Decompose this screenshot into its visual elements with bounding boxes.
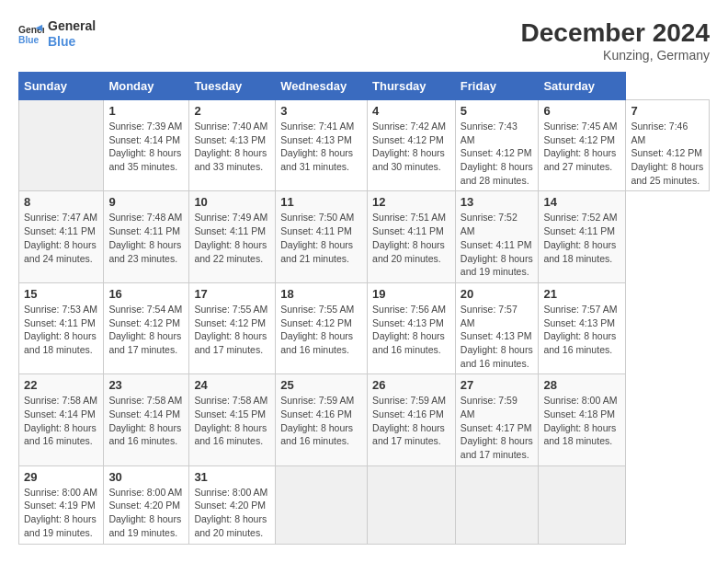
- day-info: Sunrise: 7:58 AMSunset: 4:14 PMDaylight:…: [108, 394, 184, 448]
- calendar-cell: 21 Sunrise: 7:57 AMSunset: 4:13 PMDaylig…: [539, 282, 626, 373]
- calendar-cell: 5 Sunrise: 7:43 AMSunset: 4:12 PMDayligh…: [455, 100, 539, 191]
- weekday-header-thursday: Thursday: [368, 73, 456, 100]
- calendar-cell: 4 Sunrise: 7:42 AMSunset: 4:12 PMDayligh…: [368, 100, 456, 191]
- day-info: Sunrise: 7:50 AMSunset: 4:11 PMDaylight:…: [280, 211, 362, 265]
- day-number: 24: [194, 378, 270, 392]
- day-number: 19: [372, 287, 450, 301]
- day-number: 3: [280, 104, 362, 118]
- month-year-title: December 2024: [521, 18, 710, 48]
- day-info: Sunrise: 7:45 AMSunset: 4:12 PMDaylight:…: [543, 120, 620, 174]
- day-number: 31: [194, 470, 270, 484]
- weekday-header-tuesday: Tuesday: [189, 73, 276, 100]
- calendar-cell: 12 Sunrise: 7:51 AMSunset: 4:11 PMDaylig…: [368, 191, 456, 282]
- calendar-cell: 28 Sunrise: 8:00 AMSunset: 4:18 PMDaylig…: [539, 374, 626, 465]
- day-info: Sunrise: 7:55 AMSunset: 4:12 PMDaylight:…: [194, 303, 270, 357]
- calendar-cell: 2 Sunrise: 7:40 AMSunset: 4:13 PMDayligh…: [189, 100, 276, 191]
- day-info: Sunrise: 7:57 AMSunset: 4:13 PMDaylight:…: [461, 303, 534, 370]
- day-info: Sunrise: 7:46 AMSunset: 4:12 PMDaylight:…: [631, 120, 704, 187]
- calendar-cell: 22 Sunrise: 7:58 AMSunset: 4:14 PMDaylig…: [19, 374, 104, 465]
- calendar-cell: [368, 465, 456, 544]
- day-info: Sunrise: 7:57 AMSunset: 4:13 PMDaylight:…: [543, 303, 620, 357]
- day-number: 14: [543, 195, 620, 209]
- calendar-cell: 7 Sunrise: 7:46 AMSunset: 4:12 PMDayligh…: [626, 100, 710, 191]
- day-info: Sunrise: 7:39 AMSunset: 4:14 PMDaylight:…: [108, 120, 184, 174]
- day-number: 6: [543, 104, 620, 118]
- calendar-table: SundayMondayTuesdayWednesdayThursdayFrid…: [18, 72, 710, 545]
- calendar-cell: 24 Sunrise: 7:58 AMSunset: 4:15 PMDaylig…: [189, 374, 276, 465]
- calendar-cell: [19, 100, 104, 191]
- day-info: Sunrise: 7:52 AMSunset: 4:11 PMDaylight:…: [543, 211, 620, 265]
- day-number: 9: [108, 195, 184, 209]
- day-number: 16: [108, 287, 184, 301]
- calendar-cell: 30 Sunrise: 8:00 AMSunset: 4:20 PMDaylig…: [104, 465, 189, 544]
- calendar-cell: 29 Sunrise: 8:00 AMSunset: 4:19 PMDaylig…: [19, 465, 104, 544]
- day-info: Sunrise: 7:53 AMSunset: 4:11 PMDaylight:…: [24, 303, 98, 357]
- day-number: 27: [461, 378, 534, 392]
- day-info: Sunrise: 7:59 AMSunset: 4:16 PMDaylight:…: [372, 394, 450, 448]
- day-number: 22: [24, 378, 98, 392]
- calendar-cell: 6 Sunrise: 7:45 AMSunset: 4:12 PMDayligh…: [539, 100, 626, 191]
- calendar-cell: 20 Sunrise: 7:57 AMSunset: 4:13 PMDaylig…: [455, 282, 539, 373]
- day-info: Sunrise: 7:58 AMSunset: 4:15 PMDaylight:…: [194, 394, 270, 448]
- weekday-header-saturday: Saturday: [539, 73, 626, 100]
- page-header: General Blue General Blue December 2024 …: [18, 18, 710, 63]
- calendar-cell: 25 Sunrise: 7:59 AMSunset: 4:16 PMDaylig…: [276, 374, 368, 465]
- logo-line1: General: [48, 18, 96, 34]
- day-number: 23: [108, 378, 184, 392]
- title-block: December 2024 Kunzing, Germany: [521, 18, 710, 63]
- weekday-header-row: SundayMondayTuesdayWednesdayThursdayFrid…: [19, 73, 710, 100]
- logo: General Blue General Blue: [18, 18, 96, 50]
- calendar-cell: 19 Sunrise: 7:56 AMSunset: 4:13 PMDaylig…: [368, 282, 456, 373]
- weekday-header-wednesday: Wednesday: [276, 73, 368, 100]
- calendar-cell: 9 Sunrise: 7:48 AMSunset: 4:11 PMDayligh…: [104, 191, 189, 282]
- day-number: 1: [108, 104, 184, 118]
- calendar-cell: 14 Sunrise: 7:52 AMSunset: 4:11 PMDaylig…: [539, 191, 626, 282]
- day-number: 13: [461, 195, 534, 209]
- day-info: Sunrise: 7:41 AMSunset: 4:13 PMDaylight:…: [280, 120, 362, 174]
- day-info: Sunrise: 7:59 AMSunset: 4:17 PMDaylight:…: [461, 394, 534, 461]
- calendar-cell: 13 Sunrise: 7:52 AMSunset: 4:11 PMDaylig…: [455, 191, 539, 282]
- day-info: Sunrise: 8:00 AMSunset: 4:20 PMDaylight:…: [194, 486, 270, 540]
- calendar-cell: [539, 465, 626, 544]
- day-info: Sunrise: 7:47 AMSunset: 4:11 PMDaylight:…: [24, 211, 98, 265]
- day-number: 15: [24, 287, 98, 301]
- calendar-cell: 10 Sunrise: 7:49 AMSunset: 4:11 PMDaylig…: [189, 191, 276, 282]
- calendar-cell: [276, 465, 368, 544]
- logo-icon: General Blue: [18, 21, 44, 47]
- day-info: Sunrise: 8:00 AMSunset: 4:18 PMDaylight:…: [543, 394, 620, 448]
- day-info: Sunrise: 7:40 AMSunset: 4:13 PMDaylight:…: [194, 120, 270, 174]
- calendar-cell: 18 Sunrise: 7:55 AMSunset: 4:12 PMDaylig…: [276, 282, 368, 373]
- day-info: Sunrise: 7:42 AMSunset: 4:12 PMDaylight:…: [372, 120, 450, 174]
- calendar-cell: 27 Sunrise: 7:59 AMSunset: 4:17 PMDaylig…: [455, 374, 539, 465]
- day-number: 5: [461, 104, 534, 118]
- day-info: Sunrise: 7:59 AMSunset: 4:16 PMDaylight:…: [280, 394, 362, 448]
- week-row-5: 29 Sunrise: 8:00 AMSunset: 4:19 PMDaylig…: [19, 465, 710, 544]
- calendar-cell: 31 Sunrise: 8:00 AMSunset: 4:20 PMDaylig…: [189, 465, 276, 544]
- logo-line2: Blue: [48, 34, 96, 50]
- calendar-cell: 8 Sunrise: 7:47 AMSunset: 4:11 PMDayligh…: [19, 191, 104, 282]
- weekday-header-sunday: Sunday: [19, 73, 104, 100]
- day-number: 12: [372, 195, 450, 209]
- calendar-cell: 1 Sunrise: 7:39 AMSunset: 4:14 PMDayligh…: [104, 100, 189, 191]
- calendar-cell: 11 Sunrise: 7:50 AMSunset: 4:11 PMDaylig…: [276, 191, 368, 282]
- day-info: Sunrise: 7:54 AMSunset: 4:12 PMDaylight:…: [108, 303, 184, 357]
- svg-text:Blue: Blue: [18, 35, 40, 45]
- day-number: 11: [280, 195, 362, 209]
- day-number: 10: [194, 195, 270, 209]
- calendar-cell: [455, 465, 539, 544]
- day-number: 18: [280, 287, 362, 301]
- day-number: 29: [24, 470, 98, 484]
- day-info: Sunrise: 7:48 AMSunset: 4:11 PMDaylight:…: [108, 211, 184, 265]
- day-info: Sunrise: 8:00 AMSunset: 4:19 PMDaylight:…: [24, 486, 98, 540]
- week-row-4: 22 Sunrise: 7:58 AMSunset: 4:14 PMDaylig…: [19, 374, 710, 465]
- day-info: Sunrise: 8:00 AMSunset: 4:20 PMDaylight:…: [108, 486, 184, 540]
- day-number: 17: [194, 287, 270, 301]
- day-info: Sunrise: 7:49 AMSunset: 4:11 PMDaylight:…: [194, 211, 270, 265]
- week-row-3: 15 Sunrise: 7:53 AMSunset: 4:11 PMDaylig…: [19, 282, 710, 373]
- day-number: 7: [631, 104, 704, 118]
- day-number: 26: [372, 378, 450, 392]
- day-info: Sunrise: 7:51 AMSunset: 4:11 PMDaylight:…: [372, 211, 450, 265]
- day-number: 2: [194, 104, 270, 118]
- location-subtitle: Kunzing, Germany: [521, 48, 710, 63]
- calendar-cell: 26 Sunrise: 7:59 AMSunset: 4:16 PMDaylig…: [368, 374, 456, 465]
